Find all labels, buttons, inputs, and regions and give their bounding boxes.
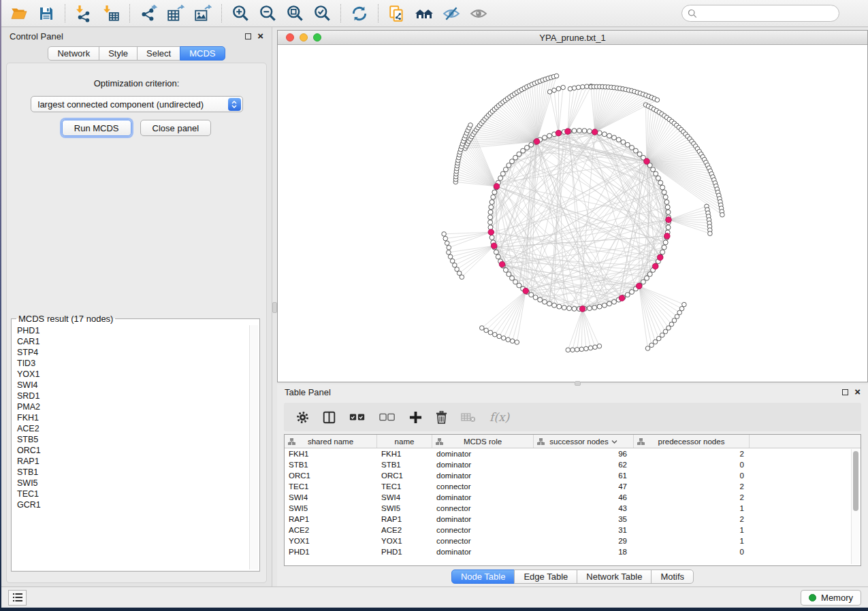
column-header-successor-nodes[interactable]: successor nodes [534,435,634,448]
table-row[interactable]: TEC1TEC1connector472 [285,481,861,492]
list-item[interactable]: STP4 [17,347,259,358]
window-controls [286,33,321,42]
tab-node-table[interactable]: Node Table [451,569,515,584]
deselect-all-button[interactable] [379,412,396,422]
search-box[interactable] [681,5,839,22]
list-item[interactable]: YOX1 [17,369,259,380]
list-item[interactable]: SRD1 [17,391,259,401]
refresh-view-button[interactable] [346,3,373,24]
close-panel-button[interactable]: Close panel [140,120,212,136]
tab-edge-table[interactable]: Edge Table [514,569,577,584]
list-item[interactable]: PHD1 [17,325,259,336]
maximize-window-icon[interactable] [313,33,321,42]
table-row[interactable]: SWI5SWI5connector431 [285,503,861,514]
column-header-shared-name[interactable]: shared name [285,435,377,448]
list-item[interactable]: PMA2 [17,401,259,412]
table-tabs: Node TableEdge TableNetwork TableMotifs [277,566,868,587]
network-canvas[interactable] [278,45,867,382]
copy-share-network-button[interactable] [383,3,411,24]
select-all-button[interactable] [349,412,366,422]
float-panel-icon[interactable] [842,389,848,395]
list-item[interactable]: SWI5 [17,478,259,489]
table-row[interactable]: STB1STB1dominator620 [285,459,861,470]
optimization-criterion-select[interactable]: largest connected component (undirected) [31,96,243,112]
list-item[interactable]: ORC1 [17,445,259,456]
task-history-button[interactable] [8,590,27,606]
cell-shared-name: SWI4 [285,492,377,503]
cell-shared-name: TEC1 [285,481,377,492]
list-item[interactable]: TEC1 [17,489,259,499]
cell-name: STB1 [377,459,432,470]
zoom-out-button[interactable] [254,3,281,24]
table-row[interactable]: ACE2ACE2connector311 [285,525,861,535]
list-item[interactable]: CAR1 [17,336,259,347]
run-mcds-button[interactable]: Run MCDS [62,120,131,136]
column-header-predecessor-nodes[interactable]: predecessor nodes [634,435,750,448]
column-label: predecessor nodes [658,437,725,446]
export-image-icon [194,5,212,22]
memory-button[interactable]: Memory [801,590,861,606]
list-item[interactable]: TID3 [17,358,259,369]
show-all-button[interactable] [465,3,492,24]
tab-network-table[interactable]: Network Table [577,569,652,584]
minimize-window-icon[interactable] [300,33,308,42]
list-item[interactable]: GCR1 [17,499,259,510]
table-row[interactable]: FKH1FKH1dominator962 [285,448,861,459]
panel-splitter[interactable] [272,27,277,587]
tab-mcds[interactable]: MCDS [180,46,225,61]
export-network-button[interactable] [135,3,162,24]
export-image-button[interactable] [189,3,216,24]
table-row[interactable]: YOX1YOX1connector291 [285,535,861,546]
add-button[interactable] [409,411,422,424]
table-scrollbar[interactable] [851,449,859,564]
float-panel-icon[interactable] [245,33,251,39]
list-item[interactable]: ACE2 [17,423,259,434]
table-row[interactable]: RAP1RAP1dominator352 [285,514,861,525]
search-input[interactable] [701,9,833,18]
checked-boxes-icon [349,412,366,422]
list-scrollbar[interactable] [249,325,258,569]
home-views-button[interactable] [411,3,438,24]
network-window-titlebar[interactable]: YPA_prune.txt_1 [278,31,867,45]
cell-successor-nodes: 31 [534,525,634,535]
close-panel-icon[interactable]: × [257,33,263,39]
delete-button[interactable] [436,411,447,424]
import-table-button[interactable] [97,3,125,24]
list-item[interactable]: SWI4 [17,380,259,391]
cell-successor-nodes: 62 [534,459,634,470]
save-session-button[interactable] [33,3,60,24]
tab-motifs[interactable]: Motifs [651,569,694,584]
close-window-icon[interactable] [286,33,294,42]
splitter-grip[interactable] [272,302,277,313]
horizontal-splitter[interactable] [277,382,868,384]
open-file-button[interactable] [5,3,33,24]
scrollbar-thumb[interactable] [853,451,858,511]
close-panel-icon[interactable]: × [854,389,861,395]
tab-style[interactable]: Style [99,46,138,61]
mcds-result-list[interactable]: PHD1CAR1STP4TID3YOX1SWI4SRD1PMA2FKH1ACE2… [12,325,259,570]
import-network-button[interactable] [70,3,97,24]
tab-select[interactable]: Select [137,46,180,61]
column-header-MCDS-role[interactable]: MCDS role [432,435,534,448]
tab-network[interactable]: Network [48,46,99,61]
list-item[interactable]: STB1 [17,467,259,478]
table-row[interactable]: PHD1PHD1dominator180 [285,546,861,557]
column-header-name[interactable]: name [377,435,432,448]
list-item[interactable]: STB5 [17,434,259,445]
table-row[interactable]: ORC1ORC1dominator610 [285,470,861,481]
zoom-in-button[interactable] [227,3,254,24]
copy-documents-icon [388,5,406,22]
column-visibility-button[interactable] [323,411,336,424]
table-panel-title: Table Panel [285,387,331,397]
hide-selected-button[interactable] [438,3,465,24]
cell-name: YOX1 [377,535,432,546]
zoom-fit-button[interactable] [281,3,308,24]
splitter-grip[interactable] [575,381,581,386]
table-options-button[interactable] [296,411,309,424]
cell-shared-name: ORC1 [285,470,377,481]
zoom-selected-button[interactable] [308,3,336,24]
list-item[interactable]: FKH1 [17,412,259,423]
list-item[interactable]: RAP1 [17,456,259,467]
table-row[interactable]: SWI4SWI4dominator462 [285,492,861,503]
export-table-button[interactable] [162,3,189,24]
